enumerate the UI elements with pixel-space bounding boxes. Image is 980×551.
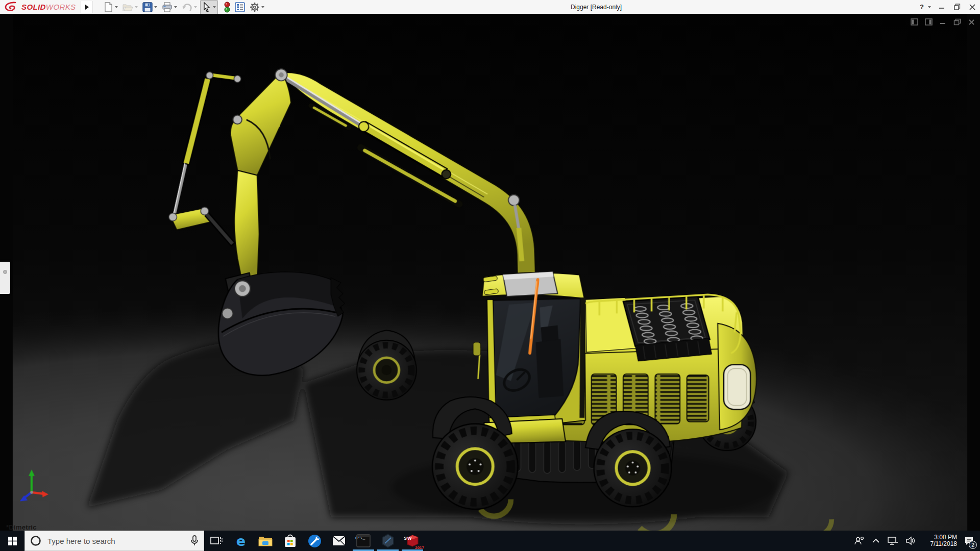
dassault-systemes-logo-icon — [4, 2, 19, 12]
restore-button[interactable] — [949, 0, 965, 14]
pane-left-icon — [911, 18, 918, 26]
close-button[interactable] — [965, 0, 980, 14]
display-pane-toggle-button[interactable] — [924, 18, 933, 26]
command-prompt-button[interactable]: C:\_ — [351, 531, 376, 551]
cortana-icon — [30, 535, 41, 546]
clock[interactable]: 3:00 PM 7/11/2018 — [919, 534, 960, 547]
graphics-area[interactable]: *Dimetric — [0, 14, 980, 531]
people-button[interactable] — [850, 531, 868, 551]
pane-right-icon — [925, 18, 933, 26]
brand-works: WORKS — [46, 3, 76, 11]
window-controls: ? — [916, 0, 980, 14]
stoplight-icon — [224, 2, 230, 13]
doc-minimize-icon — [939, 19, 946, 25]
minimize-icon — [939, 4, 945, 10]
dropdown-caret-icon[interactable] — [135, 6, 138, 8]
volume-button[interactable] — [902, 531, 919, 551]
store-icon — [284, 534, 297, 547]
document-title: Digger [Read-only] — [571, 4, 622, 11]
open-folder-icon — [122, 3, 133, 12]
main-toolbar — [102, 0, 266, 14]
titlebar: SOLIDWORKS — [0, 0, 980, 14]
network-icon — [887, 536, 898, 545]
solidworks-app-button[interactable]: SW 2017 — [400, 531, 425, 551]
start-button[interactable] — [0, 531, 24, 551]
display-settings-icon — [235, 2, 245, 12]
close-icon — [969, 4, 975, 10]
dropdown-caret-icon[interactable] — [115, 6, 118, 8]
doc-close-button[interactable] — [967, 18, 976, 26]
network-button[interactable] — [884, 531, 902, 551]
system-tray: 3:00 PM 7/11/2018 2 — [850, 531, 980, 551]
open-document-button[interactable] — [121, 1, 139, 14]
rebuild-stoplight-button[interactable] — [223, 1, 232, 14]
restore-icon — [954, 4, 961, 10]
taskpane-flyout-tab[interactable] — [0, 262, 10, 294]
doc-minimize-button[interactable] — [938, 18, 947, 26]
feature-pane-toggle-button[interactable] — [910, 18, 919, 26]
file-explorer-icon — [258, 535, 273, 547]
mail-icon — [332, 536, 346, 546]
chevron-up-icon — [872, 538, 880, 543]
minimize-button[interactable] — [934, 0, 949, 14]
wrench-circle-icon — [308, 534, 322, 548]
speaker-icon — [905, 536, 916, 545]
help-caret-icon[interactable] — [928, 6, 931, 8]
dropdown-caret-icon[interactable] — [213, 6, 216, 8]
solidworks-glyph: SW — [404, 536, 412, 541]
select-cursor-icon — [202, 2, 211, 12]
print-button[interactable] — [160, 1, 179, 14]
taskbar-icons: e — [204, 531, 425, 551]
new-document-button[interactable] — [102, 1, 119, 14]
edge-browser-button[interactable]: e — [229, 531, 253, 551]
brand-solid: SOLID — [21, 3, 46, 11]
solidworks-year: 2017 — [415, 545, 424, 550]
search-input[interactable] — [46, 536, 185, 546]
dropdown-caret-icon[interactable] — [194, 6, 197, 8]
new-document-icon — [104, 2, 113, 12]
date: 7/11/2018 — [922, 541, 957, 547]
people-icon — [853, 536, 865, 546]
flyout-arrow-icon — [85, 5, 89, 10]
task-view-button[interactable] — [204, 531, 229, 551]
tray-overflow-button[interactable] — [868, 531, 884, 551]
doc-close-icon — [968, 19, 975, 26]
view-orientation-label: *Dimetric — [6, 523, 37, 531]
hexagon-app-icon — [381, 534, 395, 548]
doc-restore-icon — [953, 18, 961, 26]
doc-restore-button[interactable] — [952, 18, 962, 26]
digger-3d-model[interactable] — [0, 14, 980, 531]
select-tool-button[interactable] — [200, 0, 218, 14]
edge-icon: e — [236, 534, 246, 548]
save-button[interactable] — [141, 1, 159, 14]
settings-tools-button[interactable] — [302, 531, 327, 551]
task-view-icon — [210, 535, 223, 546]
taskbar-search[interactable] — [24, 531, 204, 551]
dropdown-caret-icon[interactable] — [174, 6, 177, 8]
undo-arrow-icon — [182, 3, 192, 12]
action-center-button[interactable]: 2 — [960, 531, 980, 551]
command-prompt-glyph: C:\_ — [355, 536, 365, 540]
notification-badge: 2 — [969, 541, 977, 549]
file-explorer-button[interactable] — [253, 531, 278, 551]
windows-taskbar: e — [0, 531, 980, 551]
options-button[interactable] — [248, 1, 266, 14]
help-button[interactable]: ? — [916, 0, 927, 14]
mail-button[interactable] — [327, 531, 351, 551]
save-floppy-icon — [142, 2, 153, 12]
document-window-controls — [910, 18, 976, 26]
print-icon — [162, 2, 173, 12]
cad-app-button[interactable] — [376, 531, 400, 551]
solidworks-logo: SOLIDWORKS — [4, 2, 76, 12]
gear-icon — [250, 2, 260, 12]
menu-flyout-button[interactable] — [81, 1, 93, 13]
taskpane-tab-handle-icon — [3, 270, 7, 274]
microsoft-store-button[interactable] — [278, 531, 302, 551]
display-settings-button[interactable] — [233, 1, 247, 14]
windows-logo-icon — [8, 537, 17, 545]
undo-button[interactable] — [180, 1, 199, 14]
microphone-icon[interactable] — [190, 535, 199, 546]
dropdown-caret-icon[interactable] — [154, 6, 157, 8]
dropdown-caret-icon[interactable] — [261, 6, 264, 8]
